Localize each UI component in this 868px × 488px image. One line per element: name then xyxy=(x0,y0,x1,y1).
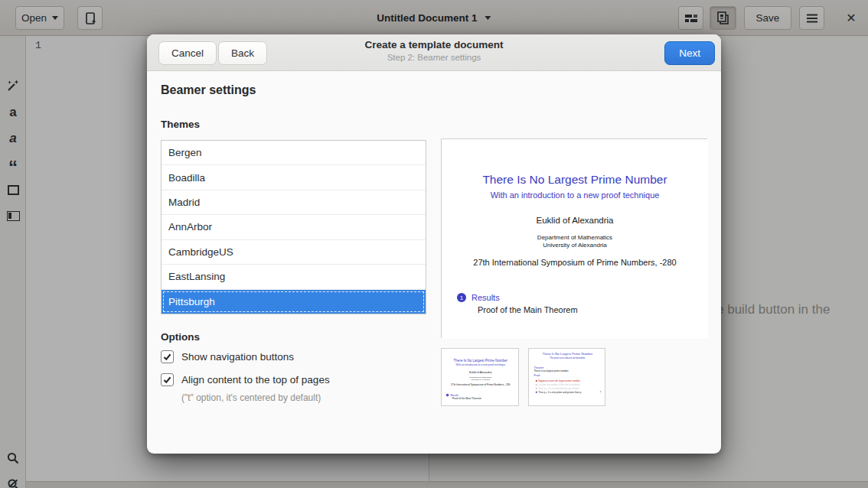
option-align-top[interactable]: Align content to the top of pages xyxy=(161,373,330,386)
slide-institute-2: University of Alexandria xyxy=(442,379,519,381)
dialog-headerbar: Cancel Back Create a template document S… xyxy=(147,34,721,71)
theme-list: Bergen Boadilla Madrid AnnArbor Cambridg… xyxy=(161,140,426,314)
slide-author: Euklid of Alexandria xyxy=(442,216,708,225)
next-button[interactable]: Next xyxy=(664,41,715,65)
toc-section: Results xyxy=(450,394,458,397)
page-title: Beamer settings xyxy=(161,83,256,97)
theme-label: Pittsburgh xyxy=(168,296,215,307)
slide-thumbnail-1: There Is No Largest Prime Number With an… xyxy=(441,348,519,406)
theorem-text: There is no largest prime number. xyxy=(534,369,569,373)
theme-row-cambridgeus[interactable]: CambridgeUS xyxy=(162,240,426,265)
theme-label: Madrid xyxy=(168,197,200,208)
theorem-label: Theorem xyxy=(534,366,543,369)
theme-row-bergen[interactable]: Bergen xyxy=(162,141,426,165)
checkmark-icon xyxy=(162,352,172,362)
slide-date: 27th International Symposium of Prime Nu… xyxy=(442,258,708,267)
option-label[interactable]: Align content to the top of pages xyxy=(181,374,330,386)
option-note: ("t" option, it's centered by default) xyxy=(181,392,321,403)
checkmark-icon xyxy=(162,375,172,385)
slide-institute-1: Department of Mathematics xyxy=(442,234,708,241)
toc-number-badge: 1 xyxy=(457,293,466,302)
slide-title: There Is No Largest Prime Number xyxy=(529,352,605,356)
slide-date: 27th International Symposium of Prime Nu… xyxy=(442,383,519,386)
title-slide-preview: There Is No Largest Prime Number With an… xyxy=(442,139,708,339)
theme-label: EastLansing xyxy=(168,271,225,282)
theme-preview-pane: There Is No Largest Prime Number With an… xyxy=(441,138,707,338)
option-show-navigation[interactable]: Show navigation buttons xyxy=(161,350,294,363)
qed-square-icon xyxy=(600,391,602,392)
proof-slide-mini: There Is No Largest Prime Number The pro… xyxy=(529,349,605,406)
proof-label: Proof. xyxy=(534,374,540,377)
back-button[interactable]: Back xyxy=(218,41,267,65)
slide-toc-row: 1 Results xyxy=(457,293,500,302)
slide-title: There Is No Largest Prime Number xyxy=(442,173,708,187)
dialog-body: Beamer settings Themes Bergen Boadilla M… xyxy=(147,71,721,454)
dialog-title-block: Create a template document Step 2: Beame… xyxy=(365,39,504,62)
bullet-icon xyxy=(536,392,537,393)
theme-label: Bergen xyxy=(168,147,202,158)
theme-row-annarbor[interactable]: AnnArbor xyxy=(162,215,426,239)
bullet-icon xyxy=(536,388,537,389)
toc-section: Results xyxy=(472,293,500,302)
proof-item-text: Then q + 1 is not divisible by any of th… xyxy=(538,387,579,389)
slide-title: There Is No Largest Prime Number xyxy=(442,359,519,363)
bullet-icon xyxy=(536,384,537,386)
theme-row-madrid[interactable]: Madrid xyxy=(162,190,426,215)
slide-thumbnail-2: There Is No Largest Prime Number The pro… xyxy=(528,348,605,406)
theme-label: Boadilla xyxy=(168,172,205,184)
slide-author: Euklid of Alexandria xyxy=(442,371,519,374)
proof-item-text: Suppose p were the largest prime number. xyxy=(538,379,580,382)
toc-number-badge: 1 xyxy=(446,394,449,397)
option-label[interactable]: Show navigation buttons xyxy=(181,351,294,363)
theme-row-eastlansing[interactable]: EastLansing xyxy=(162,265,426,289)
slide-institute-2: University of Alexandria xyxy=(442,242,708,249)
slide-subtitle: With an introduction to a new proof tech… xyxy=(442,364,519,367)
slide-subtitle: With an introduction to a new proof tech… xyxy=(442,190,708,200)
proof-item-covered: Then q + 1 is not divisible by any of th… xyxy=(536,387,579,389)
theme-row-boadilla[interactable]: Boadilla xyxy=(162,165,426,190)
bullet-icon xyxy=(536,380,537,382)
themes-heading: Themes xyxy=(161,119,200,130)
checkbox-checked[interactable] xyxy=(161,373,174,386)
dialog-subtitle: Step 2: Beamer settings xyxy=(365,53,504,62)
toc-subsection: Proof of the Main Theorem xyxy=(452,397,481,400)
theme-row-pittsburgh-selected[interactable]: Pittsburgh xyxy=(162,290,426,314)
checkbox-checked[interactable] xyxy=(161,350,174,363)
template-wizard-dialog: Cancel Back Create a template document S… xyxy=(147,34,721,454)
proof-item: Thus q + 1 is also prime and greater tha… xyxy=(536,391,582,393)
proof-item-alert: Suppose p were the largest prime number. xyxy=(536,379,581,382)
theme-label: CambridgeUS xyxy=(168,246,233,258)
cancel-button[interactable]: Cancel xyxy=(158,41,217,65)
proof-item-covered: Let q be the product of the first p numb… xyxy=(536,384,581,386)
options-heading: Options xyxy=(161,331,200,343)
dialog-title: Create a template document xyxy=(365,39,504,50)
toc-subsection: Proof of the Main Theorem xyxy=(478,305,578,314)
slide-subtitle: The proof uses reductio ad absurdum. xyxy=(529,357,605,359)
proof-item-text: Thus q + 1 is also prime and greater tha… xyxy=(538,391,582,393)
theme-label: AnnArbor xyxy=(168,221,212,233)
proof-item-text: Let q be the product of the first p numb… xyxy=(538,384,580,386)
title-slide-mini: There Is No Largest Prime Number With an… xyxy=(442,349,519,406)
